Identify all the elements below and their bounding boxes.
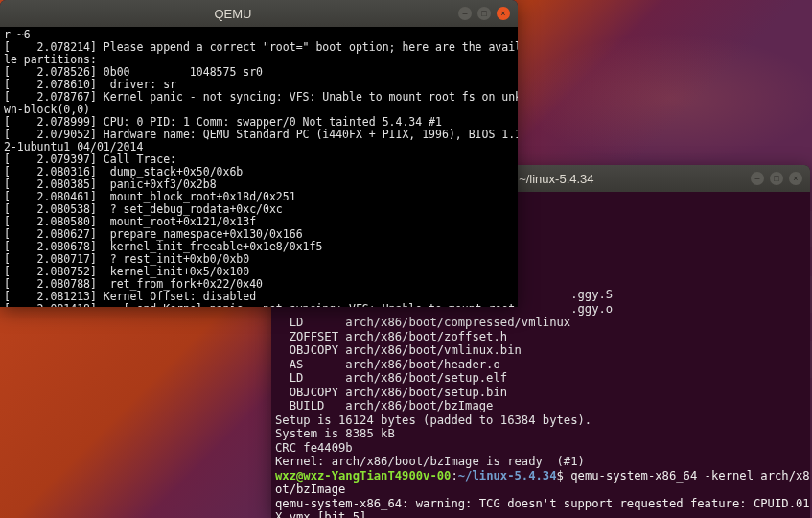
- warning-text: qemu-system-x86_64: warning: TCG doesn't…: [275, 497, 810, 510]
- command-wrap: ot/bzImage: [275, 483, 345, 496]
- command-text: qemu-system-x86_64 -kernel arch/x86/bo: [570, 469, 810, 483]
- maximize-icon[interactable]: □: [477, 7, 491, 20]
- minimize-icon[interactable]: –: [458, 7, 472, 20]
- qemu-title: QEMU: [8, 7, 458, 21]
- qemu-window-controls: – □ ×: [458, 7, 510, 20]
- prompt-path: ~/linux-5.4.34: [458, 469, 557, 483]
- warning-wrap: X.vmx [bit 5]: [275, 510, 366, 518]
- build-output: .ggy.S .ggy.o LD arch/x86/boot/compresse…: [275, 288, 613, 468]
- close-icon[interactable]: ×: [789, 172, 802, 185]
- prompt-user: wxz@wxz-YangTianT4900v-00: [275, 469, 451, 483]
- qemu-titlebar[interactable]: QEMU – □ ×: [0, 0, 518, 27]
- prompt-sep: :: [451, 469, 457, 483]
- minimize-icon[interactable]: –: [751, 172, 764, 185]
- maximize-icon[interactable]: □: [770, 172, 783, 185]
- qemu-console-output: r ~6 [ 2.078214] Please append a correct…: [0, 27, 518, 307]
- close-icon[interactable]: ×: [497, 7, 510, 20]
- terminal-window-controls: – □ ×: [751, 172, 802, 185]
- qemu-window[interactable]: QEMU – □ × r ~6 [ 2.078214] Please appen…: [0, 0, 518, 307]
- prompt-dollar: $: [557, 469, 571, 483]
